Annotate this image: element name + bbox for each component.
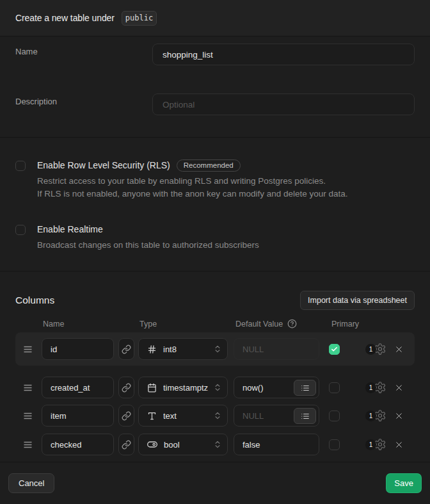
column-type-label: int8 — [163, 345, 213, 354]
column-settings-button[interactable]: 1 — [365, 381, 386, 394]
columns-table-headers: Name Type Default Value Primary — [0, 320, 430, 329]
name-label: Name — [15, 44, 152, 65]
column-row-item: text 1 — [15, 405, 415, 427]
columns-section: Columns Import data via spreadsheet Name… — [0, 272, 430, 462]
chevrons-up-down-icon — [213, 440, 222, 449]
table-name-input[interactable] — [152, 44, 415, 65]
column-name-input[interactable] — [42, 434, 114, 455]
calendar-icon — [147, 383, 157, 393]
default-value-input[interactable] — [234, 377, 289, 398]
column-type-select[interactable]: int8 — [138, 338, 228, 360]
delete-column-icon[interactable] — [394, 440, 404, 450]
default-value-input[interactable] — [234, 405, 289, 426]
drag-handle-icon[interactable] — [24, 384, 32, 392]
column-name-input[interactable] — [42, 377, 114, 398]
text-type-icon — [147, 411, 157, 421]
default-value-field — [234, 405, 319, 427]
default-value-field — [234, 434, 319, 455]
foreign-key-link-icon[interactable] — [118, 377, 134, 398]
column-settings-button[interactable]: 1 — [365, 343, 386, 355]
primary-checkbox[interactable] — [329, 344, 340, 355]
header-default-value: Default Value — [235, 319, 297, 329]
column-type-select[interactable]: bool — [138, 434, 228, 455]
chevrons-up-down-icon — [213, 411, 222, 420]
realtime-text: Enable Realtime Broadcast changes on thi… — [37, 224, 259, 252]
primary-checkbox[interactable] — [329, 439, 340, 450]
default-value-input — [234, 339, 289, 359]
delete-column-icon[interactable] — [394, 411, 404, 421]
recommended-badge: Recommended — [177, 159, 241, 172]
default-value-input[interactable] — [234, 434, 289, 455]
rls-text: Enable Row Level Security (RLS) Recommen… — [37, 159, 348, 200]
default-value-field — [234, 377, 319, 398]
drag-handle-icon[interactable] — [24, 412, 32, 420]
cancel-button[interactable]: Cancel — [8, 473, 54, 493]
column-type-label: bool — [164, 440, 213, 450]
default-value-menu-button[interactable] — [294, 380, 316, 396]
help-circle-icon[interactable] — [287, 319, 297, 329]
delete-column-icon[interactable] — [394, 383, 404, 393]
chevrons-up-down-icon — [213, 383, 222, 392]
save-button[interactable]: Save — [386, 473, 422, 493]
header-primary: Primary — [331, 320, 359, 329]
default-value-field — [234, 338, 319, 360]
description-field-row: Description — [15, 93, 415, 115]
columns-title: Columns — [15, 295, 54, 306]
header-type: Type — [139, 320, 157, 329]
rls-description: Restrict access to your table by enablin… — [37, 175, 348, 200]
schema-badge: public — [122, 11, 157, 26]
column-settings-button[interactable]: 1 — [365, 438, 386, 451]
chevrons-up-down-icon — [213, 345, 222, 354]
primary-checkbox[interactable] — [329, 382, 340, 393]
settings-count-badge: 1 — [365, 344, 376, 355]
column-row-id: int8 1 — [15, 332, 415, 366]
realtime-toggle-group: Enable Realtime Broadcast changes on thi… — [15, 224, 415, 252]
rls-label: Enable Row Level Security (RLS) — [37, 160, 170, 170]
realtime-description: Broadcast changes on this table to autho… — [37, 239, 259, 252]
header-name: Name — [43, 320, 64, 329]
rls-toggle-group: Enable Row Level Security (RLS) Recommen… — [15, 159, 415, 200]
default-value-menu-button[interactable] — [294, 408, 316, 424]
import-data-button[interactable]: Import data via spreadsheet — [300, 291, 415, 310]
column-type-select[interactable]: text — [138, 405, 228, 427]
dialog-header: Create a new table under public — [0, 0, 430, 37]
realtime-checkbox[interactable] — [15, 225, 26, 235]
column-type-label: text — [163, 411, 213, 421]
column-type-label: timestamptz — [163, 383, 213, 393]
column-type-select[interactable]: timestamptz — [138, 377, 228, 398]
rls-checkbox[interactable] — [15, 161, 26, 171]
name-field-row: Name — [15, 44, 415, 65]
foreign-key-link-icon[interactable] — [118, 405, 134, 427]
realtime-label: Enable Realtime — [37, 224, 103, 234]
column-row-created-at: timestamptz 1 — [15, 377, 415, 398]
settings-count-badge: 1 — [365, 411, 376, 421]
toggle-icon — [147, 439, 157, 450]
delete-column-icon[interactable] — [394, 345, 404, 354]
column-name-input[interactable] — [42, 338, 114, 360]
foreign-key-link-icon[interactable] — [118, 434, 134, 455]
dialog-footer: Cancel Save — [0, 462, 430, 504]
hash-icon — [147, 345, 157, 354]
table-description-input[interactable] — [152, 93, 415, 115]
drag-handle-icon[interactable] — [24, 441, 32, 449]
description-label: Description — [15, 93, 152, 115]
settings-count-badge: 1 — [365, 439, 376, 450]
dialog-title: Create a new table under — [15, 13, 115, 23]
settings-count-badge: 1 — [365, 382, 376, 393]
drag-handle-icon[interactable] — [24, 345, 32, 354]
table-options-section: Enable Row Level Security (RLS) Recommen… — [0, 138, 430, 272]
foreign-key-link-icon[interactable] — [118, 338, 134, 360]
primary-checkbox[interactable] — [329, 411, 340, 421]
table-details-section: Name Description — [0, 37, 430, 138]
column-name-input[interactable] — [42, 405, 114, 427]
column-settings-button[interactable]: 1 — [365, 409, 386, 422]
column-row-checked: bool 1 — [15, 434, 415, 455]
